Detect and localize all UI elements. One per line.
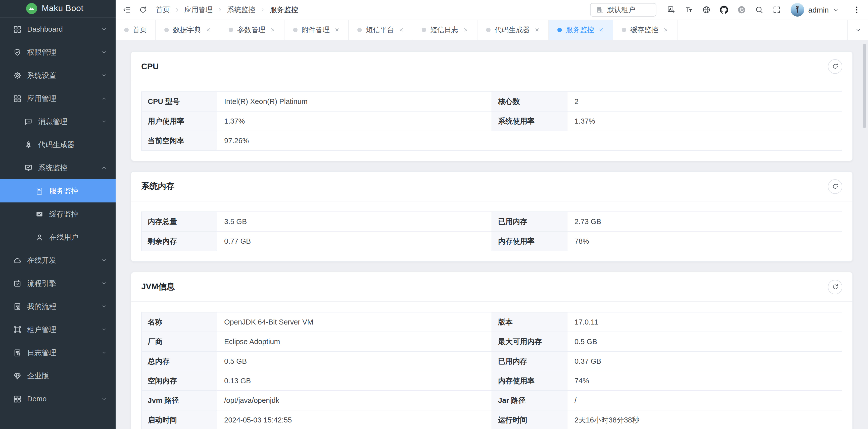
breadcrumb-separator-icon: [217, 7, 223, 12]
username: admin: [808, 5, 829, 14]
fullscreen-icon[interactable]: [772, 5, 781, 15]
chat-icon: [24, 117, 33, 126]
sidebar-item-label: 服务监控: [49, 186, 79, 196]
desc-value: Intel(R) Xeon(R) Platinum: [217, 92, 492, 111]
more-options-icon[interactable]: [851, 5, 862, 15]
table-row: 启动时间2024-05-03 15:42:55运行时间2天16小时38分38秒: [142, 410, 842, 429]
tab-8[interactable]: 缓存监控: [613, 20, 678, 40]
sidebar-item-cache-monitor[interactable]: 缓存监控: [0, 202, 116, 226]
desc-value: 1.37%: [567, 111, 842, 131]
desc-label: 版本: [492, 312, 567, 332]
sidebar-item-app-management[interactable]: 应用管理: [0, 87, 116, 110]
sidebar-item-system-settings[interactable]: 系统设置: [0, 64, 116, 87]
card-header: JVM信息: [131, 272, 852, 302]
tab-dot: [422, 28, 426, 32]
sidebar-collapse-button[interactable]: [122, 5, 132, 15]
search-icon[interactable]: [754, 5, 764, 15]
sidebar-item-enterprise[interactable]: 企业版: [0, 364, 116, 387]
tab-4[interactable]: 短信平台: [349, 20, 413, 40]
sidebar-item-label: 系统设置: [27, 71, 56, 80]
desc-label: 当前空闲率: [142, 131, 217, 151]
tab-list-dropdown-button[interactable]: [847, 20, 868, 40]
desc-label: 剩余内存: [142, 231, 217, 251]
table-row: 总内存0.5 GB已用内存0.37 GB: [142, 352, 842, 371]
card-title: JVM信息: [141, 281, 175, 292]
desc-value: 17.0.11: [567, 312, 842, 332]
sidebar-item-service-monitor[interactable]: 服务监控: [0, 179, 116, 202]
page-refresh-button[interactable]: [138, 5, 148, 15]
breadcrumb-item[interactable]: 首页: [156, 5, 170, 14]
gear-icon: [13, 71, 22, 79]
tab-5[interactable]: 短信日志: [413, 20, 477, 40]
description-table: 名称OpenJDK 64-Bit Server VM版本17.0.11厂商Ecl…: [141, 312, 842, 429]
desc-value: OpenJDK 64-Bit Server VM: [217, 312, 492, 332]
description-table: CPU 型号Intel(R) Xeon(R) Platinum核心数2用户使用率…: [141, 92, 842, 151]
tab-dot: [164, 28, 169, 32]
desc-value: Eclipse Adoptium: [217, 332, 492, 352]
table-row: 当前空闲率97.26%: [142, 131, 842, 151]
frame-icon: [13, 325, 22, 334]
tab-dot: [622, 28, 626, 32]
desc-label: 已用内存: [492, 212, 567, 231]
tab-3[interactable]: 附件管理: [284, 20, 349, 40]
user-menu[interactable]: admin: [790, 3, 839, 16]
sidebar-item-label: 租户管理: [27, 325, 56, 334]
tab-1[interactable]: 数据字典: [156, 20, 220, 40]
gitee-icon[interactable]: [736, 5, 746, 15]
sidebar-item-my-flows[interactable]: 我的流程: [0, 295, 116, 318]
card-cpu: CPUCPU 型号Intel(R) Xeon(R) Platinum核心数2用户…: [131, 51, 853, 161]
font-size-icon[interactable]: [684, 5, 693, 15]
translate-icon[interactable]: [666, 5, 676, 15]
sidebar-item-label: 日志管理: [27, 348, 56, 357]
sidebar-item-message[interactable]: 消息管理: [0, 110, 116, 133]
tab-label: 代码生成器: [495, 25, 530, 34]
sidebar-item-codegen[interactable]: 代码生成器: [0, 133, 116, 156]
desc-label: 内存使用率: [492, 371, 567, 391]
desc-label: Jvm 路径: [142, 391, 217, 410]
tab-label: 服务监控: [566, 25, 594, 34]
sidebar-item-demo[interactable]: Demo: [0, 387, 116, 410]
app-logo: Maku Boot: [0, 0, 116, 18]
card-refresh-button[interactable]: [828, 179, 842, 194]
sidebar-item-tenant-mgmt[interactable]: 租户管理: [0, 318, 116, 341]
sidebar-item-dashboard[interactable]: Dashboard: [0, 18, 116, 41]
sidebar-item-workflow-engine[interactable]: 流程引擎: [0, 272, 116, 295]
tab-close-icon: [334, 27, 340, 33]
sidebar-item-system-monitor[interactable]: 系统监控: [0, 156, 116, 179]
tab-dot: [486, 28, 491, 32]
breadcrumb-item[interactable]: 系统监控: [227, 5, 255, 14]
sidebar-item-label: Demo: [27, 395, 46, 403]
github-icon[interactable]: [719, 5, 729, 15]
desc-value: 2: [567, 92, 842, 111]
doc-icon: [35, 187, 44, 195]
tab-0[interactable]: 首页: [116, 20, 156, 40]
shield-icon: [13, 48, 22, 57]
breadcrumb-item[interactable]: 应用管理: [184, 5, 213, 14]
table-row: 用户使用率1.37%系统使用率1.37%: [142, 111, 842, 131]
desc-value: 0.77 GB: [217, 231, 492, 251]
breadcrumb-separator-icon: [260, 7, 266, 12]
sidebar-item-permission[interactable]: 权限管理: [0, 41, 116, 64]
sidebar-item-online-users[interactable]: 在线用户: [0, 226, 116, 249]
sidebar-item-label: 应用管理: [27, 94, 56, 103]
sidebar-item-label: 代码生成器: [38, 140, 75, 150]
breadcrumb-item: 服务监控: [270, 5, 298, 14]
chevron-down-icon: [101, 119, 107, 125]
tab-7[interactable]: 服务监控: [549, 20, 613, 40]
language-globe-icon[interactable]: [701, 5, 711, 15]
cards-container: CPUCPU 型号Intel(R) Xeon(R) Platinum核心数2用户…: [131, 51, 853, 429]
description-table: 内存总量3.5 GB已用内存2.73 GB剩余内存0.77 GB内存使用率78%: [141, 211, 842, 251]
sidebar-item-log-mgmt[interactable]: 日志管理: [0, 341, 116, 364]
sidebar-item-online-dev[interactable]: 在线开发: [0, 249, 116, 272]
tab-6[interactable]: 代码生成器: [477, 20, 549, 40]
tenant-select[interactable]: 默认租户: [590, 3, 656, 16]
chevron-down-icon: [101, 303, 107, 309]
building-icon: [596, 6, 603, 13]
card-refresh-button[interactable]: [828, 59, 842, 74]
desc-label: 运行时间: [492, 410, 567, 429]
tab-2[interactable]: 参数管理: [220, 20, 284, 40]
chevron-down-icon: [101, 327, 107, 333]
vertical-scrollbar-thumb[interactable]: [863, 44, 866, 128]
card-refresh-button[interactable]: [828, 279, 842, 294]
desc-value: /opt/java/openjdk: [217, 391, 492, 410]
